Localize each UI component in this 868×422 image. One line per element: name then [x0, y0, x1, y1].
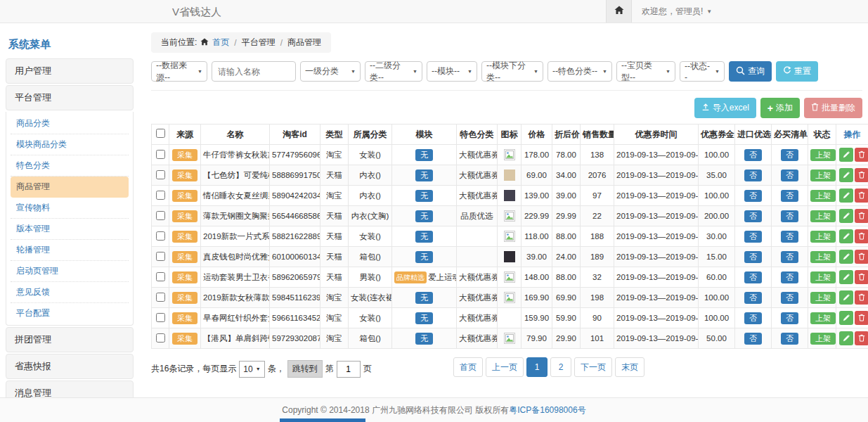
query-button[interactable]: 查询 — [729, 61, 772, 82]
name-search-input[interactable] — [212, 61, 296, 82]
status-badge[interactable]: 上架 — [810, 190, 836, 202]
import-excel-button[interactable]: 导入excel — [694, 98, 756, 118]
row-checkbox[interactable] — [156, 313, 165, 322]
module-subcategory-select[interactable]: --模块下分类--▼ — [481, 61, 543, 82]
edit-button[interactable] — [839, 311, 853, 325]
row-checkbox[interactable] — [156, 150, 165, 159]
status-badge[interactable]: 上架 — [810, 149, 836, 161]
status-badge[interactable]: 上架 — [810, 210, 836, 222]
imported-toggle[interactable]: 否 — [744, 251, 762, 263]
must-buy-toggle[interactable]: 否 — [781, 292, 798, 304]
edit-button[interactable] — [839, 148, 853, 162]
page-number-input[interactable] — [337, 361, 361, 378]
reset-button[interactable]: 重置 — [776, 61, 818, 82]
delete-button[interactable] — [855, 250, 868, 264]
status-select[interactable]: --状态--▼ — [680, 61, 725, 82]
must-buy-toggle[interactable]: 否 — [781, 149, 798, 161]
status-badge[interactable]: 上架 — [810, 333, 836, 345]
must-buy-toggle[interactable]: 否 — [781, 170, 798, 181]
status-badge[interactable]: 上架 — [810, 231, 836, 243]
sidebar-item-goods-management[interactable]: 商品管理 — [11, 177, 129, 198]
data-source-select[interactable]: --数据来源--▼ — [151, 61, 207, 82]
row-checkbox[interactable] — [156, 170, 165, 179]
must-buy-toggle[interactable]: 否 — [781, 333, 798, 345]
imported-toggle[interactable]: 否 — [744, 231, 762, 243]
must-buy-toggle[interactable]: 否 — [781, 312, 798, 324]
imported-toggle[interactable]: 否 — [744, 170, 762, 181]
edit-button[interactable] — [839, 331, 853, 345]
jump-button[interactable]: 跳转到 — [287, 360, 323, 378]
add-button[interactable]: + 添加 — [760, 98, 800, 118]
user-menu[interactable]: 欢迎您，管理员! ▼ — [632, 0, 722, 23]
delete-button[interactable] — [855, 148, 868, 162]
row-checkbox[interactable] — [156, 211, 165, 220]
sidebar-item-carousel-management[interactable]: 轮播管理 — [11, 240, 129, 261]
must-buy-toggle[interactable]: 否 — [781, 210, 798, 222]
page-2-button[interactable]: 2 — [550, 357, 571, 377]
status-badge[interactable]: 上架 — [810, 170, 836, 181]
delete-button[interactable] — [855, 209, 868, 223]
delete-button[interactable] — [855, 290, 868, 305]
sidebar-item-user-management[interactable]: 用户管理 — [6, 58, 134, 84]
sidebar-item-module-goods-category[interactable]: 模块商品分类 — [11, 134, 129, 155]
row-checkbox[interactable] — [156, 293, 165, 302]
status-badge[interactable]: 上架 — [810, 312, 836, 324]
imported-toggle[interactable]: 否 — [744, 149, 762, 161]
sidebar-item-feature-category[interactable]: 特色分类 — [11, 155, 129, 177]
sidebar-item-groupbuy-management[interactable]: 拼团管理 — [6, 327, 134, 352]
row-checkbox[interactable] — [156, 252, 165, 261]
imported-toggle[interactable]: 否 — [744, 333, 762, 345]
sidebar-item-version-management[interactable]: 版本管理 — [11, 219, 129, 240]
edit-button[interactable] — [839, 188, 853, 203]
breadcrumb-home-link[interactable]: 首页 — [212, 37, 229, 49]
imported-toggle[interactable]: 否 — [744, 312, 762, 324]
status-badge[interactable]: 上架 — [810, 251, 836, 263]
sidebar-item-saving-news[interactable]: 省惠快报 — [6, 354, 134, 379]
must-buy-toggle[interactable]: 否 — [781, 271, 798, 283]
sidebar-item-feedback[interactable]: 意见反馈 — [11, 282, 129, 303]
last-page-button[interactable]: 末页 — [615, 357, 644, 377]
edit-button[interactable] — [839, 229, 853, 243]
sidebar-item-promo-materials[interactable]: 宣传物料 — [11, 198, 129, 219]
item-type-select[interactable]: --宝贝类型--▼ — [616, 61, 675, 82]
feature-category-select[interactable]: --特色分类--▼ — [548, 61, 612, 82]
imported-toggle[interactable]: 否 — [744, 210, 762, 222]
select-all-checkbox[interactable] — [156, 129, 165, 138]
secondary-category-select[interactable]: --二级分类--▼ — [365, 61, 422, 82]
home-button[interactable] — [606, 0, 632, 23]
status-badge[interactable]: 上架 — [810, 271, 836, 283]
row-checkbox[interactable] — [156, 231, 165, 241]
imported-toggle[interactable]: 否 — [744, 271, 762, 283]
must-buy-toggle[interactable]: 否 — [781, 190, 798, 202]
delete-button[interactable] — [855, 168, 868, 182]
edit-button[interactable] — [839, 168, 853, 182]
page-size-select[interactable]: 10 ▼ — [239, 361, 264, 378]
must-buy-toggle[interactable]: 否 — [781, 231, 798, 243]
delete-button[interactable] — [855, 331, 868, 345]
edit-button[interactable] — [839, 250, 853, 264]
bulk-delete-button[interactable]: 批量删除 — [804, 98, 862, 118]
edit-button[interactable] — [839, 209, 853, 223]
prev-page-button[interactable]: 上一页 — [486, 357, 524, 377]
module-select[interactable]: --模块--▼ — [427, 61, 477, 82]
next-page-button[interactable]: 下一页 — [574, 357, 612, 377]
edit-button[interactable] — [839, 290, 853, 305]
delete-button[interactable] — [855, 188, 868, 203]
must-buy-toggle[interactable]: 否 — [781, 251, 798, 263]
row-checkbox[interactable] — [156, 333, 165, 343]
icp-link[interactable]: 粤ICP备16098006号 — [509, 405, 585, 415]
imported-toggle[interactable]: 否 — [744, 292, 762, 304]
row-checkbox[interactable] — [156, 272, 165, 281]
edit-button[interactable] — [839, 270, 853, 284]
sidebar-item-goods-category[interactable]: 商品分类 — [11, 113, 129, 134]
delete-button[interactable] — [855, 270, 868, 284]
sidebar-item-platform-config[interactable]: 平台配置 — [11, 303, 129, 324]
delete-button[interactable] — [855, 229, 868, 243]
row-checkbox[interactable] — [156, 191, 165, 200]
imported-toggle[interactable]: 否 — [744, 190, 762, 202]
sidebar-item-platform-management[interactable]: 平台管理 — [6, 85, 134, 110]
delete-button[interactable] — [855, 311, 868, 325]
sidebar-item-splash-management[interactable]: 启动页管理 — [11, 261, 129, 282]
sidebar-item-message-management[interactable]: 消息管理 — [6, 381, 134, 397]
status-badge[interactable]: 上架 — [810, 292, 836, 304]
